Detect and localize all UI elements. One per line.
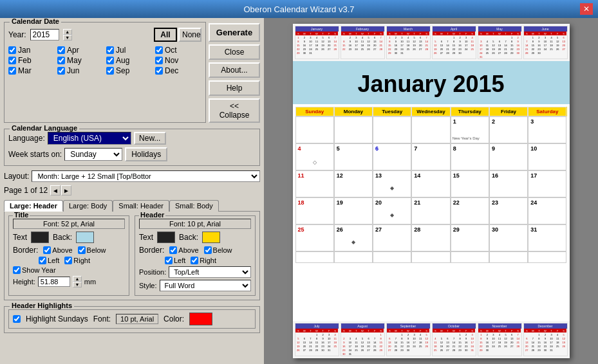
month-dec-checkbox[interactable] xyxy=(155,67,163,75)
close-window-button[interactable]: ✕ xyxy=(580,3,593,15)
sm-may: May SMTWTFS 12 3456789 10111213141516 17… xyxy=(478,26,522,59)
style-label: Style: xyxy=(139,282,157,289)
position-label: Position: xyxy=(139,268,166,276)
month-mar-checkbox[interactable] xyxy=(8,67,16,75)
month-sep-checkbox[interactable] xyxy=(106,67,114,75)
header-above-checkbox[interactable] xyxy=(169,246,177,254)
calendar-language-group: Calendar Language Language: English (USA… xyxy=(4,129,260,166)
month-mar: Mar xyxy=(8,66,55,75)
position-select[interactable]: Top/Left xyxy=(169,266,251,278)
header-left-checkbox[interactable] xyxy=(165,257,173,264)
day-header-tue: Tuesday xyxy=(373,107,411,116)
year-label: Year: xyxy=(8,30,26,39)
position-row: Position: Top/Left xyxy=(139,266,251,278)
day-header-wed: Wednesday xyxy=(411,107,450,116)
title-left-label: Left xyxy=(48,257,59,264)
none-button[interactable]: None xyxy=(178,28,201,42)
hl-color-swatch[interactable] xyxy=(189,313,212,325)
cal-cell-w4-thu: 22 xyxy=(451,197,489,224)
month-jul-label: Jul xyxy=(116,46,126,55)
show-year-checkbox[interactable] xyxy=(13,266,21,274)
new-language-button[interactable]: New... xyxy=(134,132,166,145)
top-section: Calendar Date Year: ▲ ▼ All None Jan xyxy=(4,22,260,123)
collapse-button[interactable]: << Collapse xyxy=(209,98,260,123)
title-left-checkbox[interactable] xyxy=(39,257,46,264)
cal-cell-w6-wed xyxy=(411,251,450,263)
generate-button[interactable]: Generate xyxy=(209,23,260,42)
month-nov-checkbox[interactable] xyxy=(155,57,163,64)
tab-large-header[interactable]: Large: Header xyxy=(4,200,63,212)
year-input[interactable] xyxy=(30,29,59,41)
header-border-row2: Left Right xyxy=(165,257,251,264)
title-right-label: Right xyxy=(73,257,90,264)
day-header-sun: Sunday xyxy=(295,107,334,116)
year-down-button[interactable]: ▼ xyxy=(63,35,72,41)
title-subgroup: Title Font: 52 pt, Arial Text Back: xyxy=(8,215,129,296)
height-spinner[interactable]: ▲ ▼ xyxy=(73,276,82,287)
height-up-button[interactable]: ▲ xyxy=(73,276,82,282)
cal-cell-w2-tue: 6 xyxy=(373,143,411,170)
tab-small-body[interactable]: Small: Body xyxy=(169,200,219,212)
cal-cell-w4-tue: 20 ◆ xyxy=(373,197,411,224)
month-may: May xyxy=(57,56,104,65)
header-text-color[interactable] xyxy=(157,232,175,243)
header-right-label: Right xyxy=(200,257,216,264)
layout-select[interactable]: Month: Large + 12 Small [Top/Bottor xyxy=(32,170,260,182)
cal-cell-w2-thu: 8 xyxy=(451,143,489,170)
header-below-checkbox[interactable] xyxy=(204,246,212,254)
title-right-checkbox[interactable] xyxy=(64,257,72,264)
header-right-checkbox[interactable] xyxy=(191,257,198,264)
page-next-button[interactable]: ► xyxy=(61,185,71,196)
close-button[interactable]: Close xyxy=(209,44,260,60)
header-subgroup-label: Header xyxy=(139,211,165,219)
tab-large-body[interactable]: Large: Body xyxy=(63,200,113,212)
cal-cell-w1-wed xyxy=(411,116,450,143)
cal-cell-w3-tue: 13 ◆ xyxy=(373,170,411,197)
title-above-checkbox[interactable] xyxy=(43,246,51,254)
month-feb-checkbox[interactable] xyxy=(8,57,16,64)
title-below-checkbox[interactable] xyxy=(78,246,86,254)
title-text-color[interactable] xyxy=(31,232,49,243)
header-font-display: Font: 10 pt, Arial xyxy=(139,219,251,229)
title-back-color[interactable] xyxy=(76,232,94,243)
lang-label: Language: xyxy=(8,134,45,143)
week-start-select[interactable]: Sunday Monday xyxy=(64,148,122,161)
page-prev-button[interactable]: ◄ xyxy=(50,185,61,196)
title-above-item: Above xyxy=(43,246,72,255)
show-year-label: Show Year xyxy=(22,266,56,274)
title-below-item: Below xyxy=(78,246,106,255)
cal-cell-w4-fri: 23 xyxy=(489,197,528,224)
month-apr-checkbox[interactable] xyxy=(57,46,65,54)
year-row: Year: ▲ ▼ All None xyxy=(8,28,201,42)
language-select[interactable]: English (USA) xyxy=(48,132,131,145)
month-oct-checkbox[interactable] xyxy=(155,46,163,54)
holidays-button[interactable]: Holidays xyxy=(125,147,167,161)
style-select[interactable]: Full Word xyxy=(160,280,251,291)
year-spinner[interactable]: ▲ ▼ xyxy=(63,29,72,41)
month-may-checkbox[interactable] xyxy=(57,57,65,64)
month-jan-checkbox[interactable] xyxy=(8,46,16,54)
height-label: Height: xyxy=(13,278,35,286)
cal-cell-w5-fri: 30 xyxy=(489,224,528,251)
year-up-button[interactable]: ▲ xyxy=(63,29,72,35)
tab-small-header[interactable]: Small: Header xyxy=(113,200,169,212)
window-title: Oberon Calendar Wizard v3.7 xyxy=(18,5,580,14)
month-jul-checkbox[interactable] xyxy=(106,46,114,54)
all-button[interactable]: All xyxy=(154,28,177,42)
about-button[interactable]: About... xyxy=(209,62,260,78)
month-jun-checkbox[interactable] xyxy=(57,67,65,75)
height-down-button[interactable]: ▼ xyxy=(73,282,82,287)
week-row: Week starts on: Sunday Monday Holidays xyxy=(8,147,256,161)
cal-cell-w2-wed: 7 xyxy=(411,143,450,170)
title-below-label: Below xyxy=(87,246,106,254)
title-border-row: Border: Above Below xyxy=(13,246,125,255)
header-back-color[interactable] xyxy=(202,232,220,243)
month-aug-checkbox[interactable] xyxy=(106,57,114,64)
hl-color-label: Color: xyxy=(164,314,184,323)
help-button[interactable]: Help xyxy=(209,80,260,96)
cal-cell-w2-mon: 5 xyxy=(334,143,373,170)
highlight-sundays-checkbox[interactable] xyxy=(13,315,21,323)
cal-cell-w6-mon xyxy=(334,251,373,263)
height-input[interactable] xyxy=(38,277,70,287)
title-font-display: Font: 52 pt, Arial xyxy=(13,219,125,229)
